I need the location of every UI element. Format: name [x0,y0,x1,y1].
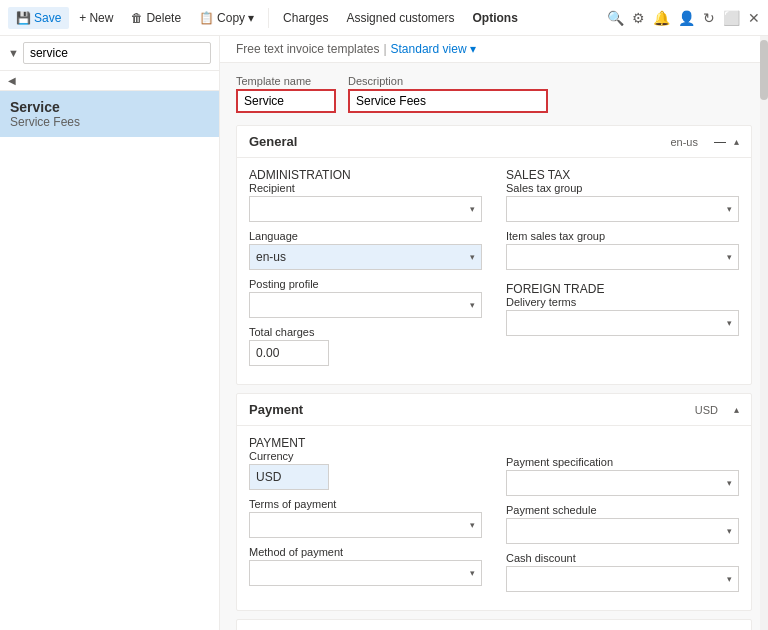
general-section-right: en-us — ▴ [670,135,739,149]
posting-profile-chevron-icon: ▾ [470,300,475,310]
cash-discount-field: Cash discount ▾ [506,552,739,592]
save-button[interactable]: 💾 Save [8,7,69,29]
currency-value: USD [256,470,281,484]
save-icon: 💾 [16,11,31,25]
refresh-icon[interactable]: ↻ [703,10,715,26]
financial-dimensions-section: Financial dimensions ▾ [236,619,752,630]
collapse-icon[interactable]: ◀ [8,75,16,86]
delete-label: Delete [146,11,181,25]
payment-schedule-select[interactable]: ▾ [506,518,739,544]
toolbar: 💾 Save + New 🗑 Delete 📋 Copy ▾ Charges A… [0,0,768,36]
delivery-terms-select[interactable]: ▾ [506,310,739,336]
posting-profile-select[interactable]: ▾ [249,292,482,318]
currency-label: Currency [249,450,482,462]
payment-schedule-field: Payment schedule ▾ [506,504,739,544]
template-name-input[interactable] [236,89,336,113]
copy-icon: 📋 [199,11,214,25]
language-field: Language en-us ▾ [249,230,482,270]
payment-section-title: Payment [249,402,303,417]
method-payment-label: Method of payment [249,546,482,558]
terms-payment-select[interactable]: ▾ [249,512,482,538]
sidebar-search-input[interactable] [23,42,211,64]
payment-spec-label: Payment specification [506,456,739,468]
sidebar-item-service[interactable]: Service Service Fees [0,91,219,137]
currency-field: Currency USD [249,450,482,490]
delivery-terms-label: Delivery terms [506,296,739,308]
breadcrumb-path: Free text invoice templates [236,42,379,56]
close-icon[interactable]: ✕ [748,10,760,26]
save-label: Save [34,11,61,25]
assigned-customers-button[interactable]: Assigned customers [338,7,462,29]
new-button[interactable]: + New [71,7,121,29]
main-layout: ▼ ◀ Service Service Fees Free text invoi… [0,36,768,630]
sales-tax-header: SALES TAX [506,168,739,182]
options-label: Options [473,11,518,25]
cash-discount-chevron-icon: ▾ [727,574,732,584]
separator [268,8,269,28]
search-icon[interactable]: 🔍 [607,10,624,26]
sidebar-collapse-bar: ◀ [0,71,219,91]
user-icon[interactable]: 👤 [678,10,695,26]
breadcrumb-view[interactable]: Standard view ▾ [391,42,476,56]
language-select[interactable]: en-us ▾ [249,244,482,270]
item-sales-tax-chevron-icon: ▾ [727,252,732,262]
payment-right-col: Payment specification ▾ Payment schedule [506,436,739,600]
total-charges-value: 0.00 [256,346,279,360]
recipient-select[interactable]: ▾ [249,196,482,222]
settings-icon[interactable]: ⚙ [632,10,645,26]
filter-icon: ▼ [8,47,19,59]
financial-dimensions-header[interactable]: Financial dimensions ▾ [237,620,751,630]
options-button[interactable]: Options [465,7,526,29]
item-sales-tax-select[interactable]: ▾ [506,244,739,270]
template-header: Template name Description [236,75,752,113]
payment-sub-header: PAYMENT [249,436,482,450]
payment-section-right: USD ▴ [695,404,739,416]
general-section-title: General [249,134,297,149]
general-section-body: ADMINISTRATION Recipient ▾ Language [237,158,751,384]
cash-discount-select[interactable]: ▾ [506,566,739,592]
bell-icon[interactable]: 🔔 [653,10,670,26]
general-section-header[interactable]: General en-us — ▴ [237,126,751,158]
posting-profile-field: Posting profile ▾ [249,278,482,318]
payment-two-col: PAYMENT Currency USD Terms of payment [249,436,739,600]
language-label: Language [249,230,482,242]
item-sales-tax-label: Item sales tax group [506,230,739,242]
language-chevron-icon: ▾ [470,252,475,262]
sales-tax-group-chevron-icon: ▾ [727,204,732,214]
method-payment-select[interactable]: ▾ [249,560,482,586]
restore-icon[interactable]: ⬜ [723,10,740,26]
payment-schedule-label: Payment schedule [506,504,739,516]
currency-select[interactable]: USD [249,464,329,490]
delete-button[interactable]: 🗑 Delete [123,7,189,29]
payment-section: Payment USD ▴ PAYMENT Currency [236,393,752,611]
recipient-chevron-icon: ▾ [470,204,475,214]
payment-spec-select[interactable]: ▾ [506,470,739,496]
copy-chevron-icon: ▾ [248,11,254,25]
language-value: en-us [256,250,286,264]
general-section: General en-us — ▴ ADMINISTRATION Recipie… [236,125,752,385]
total-charges-input[interactable]: 0.00 [249,340,329,366]
item-sales-tax-field: Item sales tax group ▾ [506,230,739,270]
payment-section-body: PAYMENT Currency USD Terms of payment [237,426,751,610]
charges-button[interactable]: Charges [275,7,336,29]
sales-tax-group-select[interactable]: ▾ [506,196,739,222]
view-chevron-icon: ▾ [470,42,476,56]
content-area: Free text invoice templates | Standard v… [220,36,768,630]
terms-payment-field: Terms of payment ▾ [249,498,482,538]
general-dash: — [714,135,726,149]
total-charges-field: Total charges 0.00 [249,326,482,366]
method-payment-field: Method of payment ▾ [249,546,482,586]
cash-discount-label: Cash discount [506,552,739,564]
payment-left-col: PAYMENT Currency USD Terms of payment [249,436,482,600]
sales-tax-col: SALES TAX Sales tax group ▾ Item sales t… [506,168,739,374]
template-name-field: Template name [236,75,336,113]
sidebar-item-subtitle: Service Fees [10,115,209,129]
delivery-terms-field: Delivery terms ▾ [506,296,739,336]
template-desc-input[interactable] [348,89,548,113]
copy-button[interactable]: 📋 Copy ▾ [191,7,262,29]
payment-schedule-chevron-icon: ▾ [727,526,732,536]
scroll-track [760,36,768,630]
method-payment-chevron-icon: ▾ [470,568,475,578]
scroll-thumb[interactable] [760,40,768,100]
payment-section-header[interactable]: Payment USD ▴ [237,394,751,426]
